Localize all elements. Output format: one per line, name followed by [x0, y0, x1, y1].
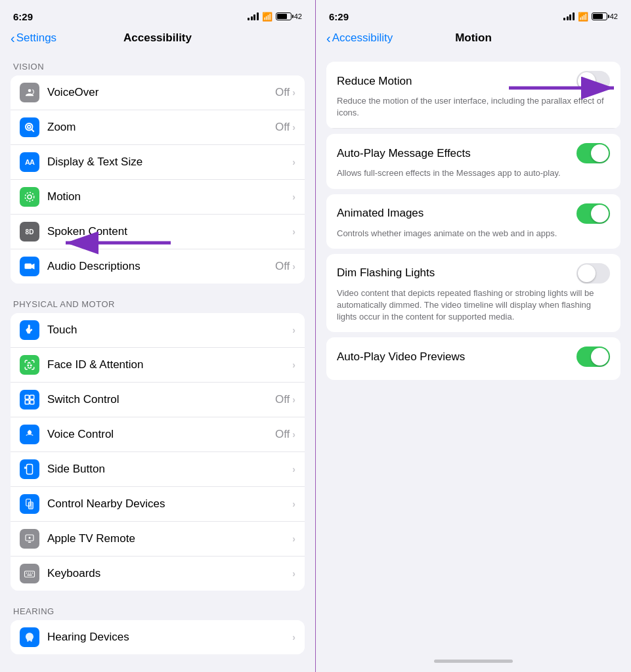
- autoplay-video-toggle[interactable]: [577, 346, 610, 367]
- side-item[interactable]: Side Button ›: [11, 452, 305, 487]
- appletv-chevron: ›: [292, 534, 295, 544]
- autoplay-effects-desc: Allows full-screen effects in the Messag…: [337, 167, 610, 179]
- touch-icon: [20, 320, 39, 340]
- side-icon: [20, 459, 39, 479]
- left-time: 6:29: [13, 11, 33, 22]
- dim-flashing-row: Dim Flashing Lights: [337, 263, 610, 284]
- left-panel: 6:29 📶 42 ‹ Settings Accessibility: [0, 0, 315, 672]
- svg-line-3: [32, 129, 34, 132]
- svg-point-9: [28, 365, 29, 366]
- spoken-item[interactable]: 8D Spoken Content ›: [11, 215, 305, 249]
- autoplay-effects-label: Auto-Play Message Effects: [337, 147, 471, 160]
- motion-icon: [20, 187, 39, 207]
- motion-item[interactable]: Motion ›: [11, 180, 305, 215]
- reduce-motion-desc: Reduce the motion of the user interface,…: [337, 95, 610, 119]
- spoken-icon: 8D: [20, 222, 39, 242]
- left-scroll-area: VISION VoiceOver Off ›: [0, 51, 315, 672]
- svg-point-2: [28, 125, 31, 129]
- audio-item[interactable]: Audio Descriptions Off ›: [11, 249, 305, 284]
- reduce-motion-toggle[interactable]: [577, 71, 610, 91]
- faceid-item[interactable]: Face ID & Attention ›: [11, 348, 305, 383]
- side-label: Side Button: [47, 463, 292, 476]
- svg-point-0: [28, 89, 32, 93]
- nearby-item[interactable]: Control Nearby Devices ›: [11, 487, 305, 522]
- svg-rect-30: [32, 573, 33, 574]
- hearing-item[interactable]: Hearing Devices ›: [11, 620, 305, 654]
- zoom-item[interactable]: Zoom Off ›: [11, 110, 305, 145]
- autoplay-effects-thumb: [591, 144, 609, 162]
- svg-rect-11: [25, 395, 29, 399]
- dim-flashing-toggle[interactable]: [577, 263, 610, 284]
- svg-rect-16: [29, 430, 31, 434]
- autoplay-video-thumb: [591, 348, 609, 366]
- appletv-item[interactable]: Apple TV Remote ›: [11, 522, 305, 556]
- voice-icon: [20, 425, 39, 444]
- right-back-label: Accessibility: [332, 32, 393, 45]
- right-nav-title: Motion: [455, 32, 492, 45]
- keyboard-label: Keyboards: [47, 567, 292, 580]
- keyboard-item[interactable]: Keyboards ›: [11, 556, 305, 591]
- svg-rect-14: [30, 400, 34, 404]
- left-back-button[interactable]: ‹ Settings: [11, 32, 56, 45]
- autoplay-video-section: Auto-Play Video Previews: [326, 337, 620, 380]
- reduce-motion-item: Reduce Motion Reduce the motion of the u…: [326, 62, 620, 129]
- autoplay-effects-toggle[interactable]: [577, 143, 610, 163]
- svg-rect-12: [30, 395, 34, 399]
- right-back-button[interactable]: ‹ Accessibility: [326, 32, 393, 45]
- voiceover-chevron: ›: [292, 87, 295, 98]
- svg-rect-29: [30, 573, 32, 574]
- wifi-icon: 📶: [262, 12, 272, 22]
- nearby-chevron: ›: [292, 499, 295, 509]
- faceid-icon: [20, 355, 39, 375]
- svg-rect-6: [25, 264, 32, 269]
- voice-chevron: ›: [292, 429, 295, 440]
- animated-images-section: Animated Images Controls whether images …: [326, 194, 620, 249]
- display-item[interactable]: AA Display & Text Size ›: [11, 145, 305, 180]
- left-nav-bar: ‹ Settings Accessibility: [0, 29, 315, 51]
- dim-flashing-item: Dim Flashing Lights Video content that d…: [326, 254, 620, 333]
- right-battery-icon: [592, 12, 607, 20]
- svg-point-10: [31, 365, 32, 366]
- display-icon: AA: [20, 152, 39, 172]
- switch-icon: [20, 390, 39, 410]
- right-home-indicator: [316, 650, 631, 672]
- reduce-motion-section: Reduce Motion Reduce the motion of the u…: [326, 62, 620, 129]
- voiceover-item[interactable]: VoiceOver Off ›: [11, 75, 305, 110]
- right-wifi-icon: 📶: [578, 12, 588, 22]
- animated-images-item: Animated Images Controls whether images …: [326, 194, 620, 249]
- dim-flashing-desc: Video content that depicts repeated flas…: [337, 287, 610, 324]
- autoplay-video-item: Auto-Play Video Previews: [326, 337, 620, 380]
- dim-flashing-section: Dim Flashing Lights Video content that d…: [326, 254, 620, 333]
- switch-label: Switch Control: [47, 393, 275, 406]
- dim-flashing-thumb: [578, 264, 596, 282]
- side-chevron: ›: [292, 464, 295, 474]
- touch-item[interactable]: Touch ›: [11, 313, 305, 348]
- voiceover-value: Off: [275, 86, 290, 99]
- reduce-motion-thumb: [578, 72, 596, 90]
- svg-rect-22: [29, 503, 32, 509]
- physical-section-header: PHYSICAL AND MOTOR: [0, 289, 315, 313]
- switch-item[interactable]: Switch Control Off ›: [11, 383, 305, 417]
- voice-value: Off: [275, 428, 290, 441]
- animated-images-toggle[interactable]: [577, 203, 610, 224]
- audio-icon: [20, 257, 39, 276]
- animated-images-label: Animated Images: [337, 207, 424, 220]
- right-battery-text: 42: [610, 12, 618, 20]
- svg-rect-28: [28, 573, 30, 574]
- right-scroll-area: Reduce Motion Reduce the motion of the u…: [316, 51, 631, 650]
- spoken-label: Spoken Content: [47, 225, 290, 238]
- left-status-bar: 6:29 📶 42: [0, 0, 315, 29]
- reduce-motion-label: Reduce Motion: [337, 75, 412, 88]
- battery-icon: [276, 12, 292, 20]
- vision-section-header: VISION: [0, 51, 315, 75]
- svg-rect-27: [26, 573, 28, 574]
- right-signal-icon: [563, 12, 575, 20]
- hearing-section-header: HEARING: [0, 596, 315, 620]
- right-nav-bar: ‹ Accessibility Motion: [316, 29, 631, 51]
- right-home-bar: [434, 660, 513, 663]
- voice-item[interactable]: Voice Control Off ›: [11, 417, 305, 452]
- display-label: Display & Text Size: [47, 156, 290, 169]
- nearby-label: Control Nearby Devices: [47, 497, 292, 511]
- animated-images-row: Animated Images: [337, 203, 610, 224]
- left-nav-title: Accessibility: [123, 32, 192, 45]
